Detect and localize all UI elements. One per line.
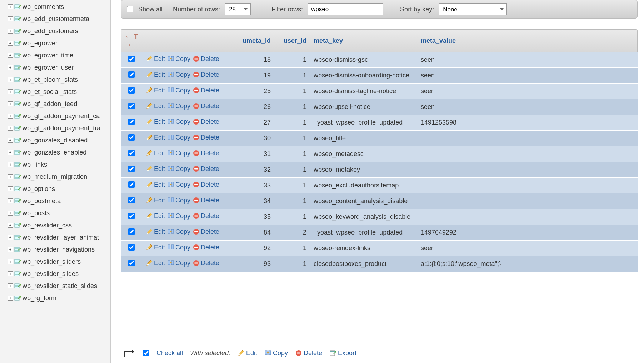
sidebar-table-item[interactable]: +wp_revslider_navigations (0, 243, 110, 256)
expand-icon[interactable]: + (8, 283, 13, 288)
row-delete-button[interactable]: Delete (193, 118, 219, 126)
expand-icon[interactable]: + (8, 89, 13, 94)
sort-by-key-select[interactable]: None (439, 3, 507, 15)
expand-icon[interactable]: + (8, 4, 13, 9)
row-copy-button[interactable]: Copy (167, 181, 190, 188)
row-checkbox[interactable] (128, 103, 135, 109)
row-copy-button[interactable]: Copy (167, 134, 190, 141)
row-checkbox[interactable] (128, 181, 135, 188)
row-delete-button[interactable]: Delete (193, 55, 219, 63)
row-copy-button[interactable]: Copy (167, 165, 190, 173)
row-edit-button[interactable]: Edit (146, 259, 165, 267)
row-checkbox[interactable] (128, 244, 135, 251)
expand-icon[interactable]: + (8, 114, 13, 119)
row-checkbox[interactable] (128, 119, 135, 125)
sidebar-table-item[interactable]: +wp_revslider_static_slides (0, 280, 110, 292)
sidebar-table-item[interactable]: +wp_revslider_sliders (0, 256, 110, 268)
expand-icon[interactable]: + (8, 65, 13, 70)
expand-icon[interactable]: + (8, 150, 13, 155)
sidebar-table-item[interactable]: +wp_egrower_time (0, 49, 110, 61)
bulk-delete-button[interactable]: Delete (295, 349, 322, 357)
sidebar-table-item[interactable]: +wp_options (0, 183, 110, 195)
row-delete-button[interactable]: Delete (193, 212, 219, 220)
sidebar-table-item[interactable]: +wp_edd_customermeta (0, 13, 110, 25)
row-delete-button[interactable]: Delete (193, 228, 219, 236)
check-all-link[interactable]: Check all (156, 349, 183, 357)
sidebar-table-item[interactable]: +wp_egrower (0, 37, 110, 49)
column-meta-key[interactable]: meta_key (310, 29, 417, 52)
row-edit-button[interactable]: Edit (146, 181, 165, 188)
sidebar-table-item[interactable]: +wp_gf_addon_payment_ca (0, 110, 110, 122)
row-checkbox[interactable] (128, 134, 135, 141)
row-checkbox[interactable] (128, 260, 135, 266)
row-delete-button[interactable]: Delete (193, 181, 219, 188)
row-copy-button[interactable]: Copy (167, 55, 190, 63)
expand-icon[interactable]: + (8, 138, 13, 143)
row-edit-button[interactable]: Edit (146, 118, 165, 126)
row-copy-button[interactable]: Copy (167, 259, 190, 267)
row-delete-button[interactable]: Delete (193, 134, 219, 141)
row-copy-button[interactable]: Copy (167, 244, 190, 251)
sidebar-table-item[interactable]: +wp_et_bloom_stats (0, 74, 110, 86)
row-delete-button[interactable]: Delete (193, 259, 219, 267)
row-edit-button[interactable]: Edit (146, 134, 165, 141)
column-user-id[interactable]: user_id (274, 29, 310, 52)
row-copy-button[interactable]: Copy (167, 212, 190, 220)
expand-icon[interactable]: + (8, 16, 13, 21)
row-copy-button[interactable]: Copy (167, 197, 190, 204)
sidebar-table-item[interactable]: +wp_revslider_slides (0, 268, 110, 280)
sidebar-table-item[interactable]: +wp_links (0, 158, 110, 171)
row-edit-button[interactable]: Edit (146, 71, 165, 79)
row-copy-button[interactable]: Copy (167, 150, 190, 157)
sidebar-table-item[interactable]: +wp_posts (0, 207, 110, 219)
filter-rows-input[interactable] (308, 3, 383, 15)
row-edit-button[interactable]: Edit (146, 244, 165, 251)
row-checkbox[interactable] (128, 150, 135, 156)
row-edit-button[interactable]: Edit (146, 212, 165, 220)
expand-icon[interactable]: + (8, 247, 13, 252)
row-checkbox[interactable] (128, 87, 135, 94)
expand-icon[interactable]: + (8, 235, 13, 240)
num-rows-select[interactable]: 25 (225, 3, 251, 15)
row-copy-button[interactable]: Copy (167, 118, 190, 126)
sidebar-table-item[interactable]: +wp_postmeta (0, 195, 110, 207)
row-edit-button[interactable]: Edit (146, 197, 165, 204)
bulk-edit-button[interactable]: Edit (238, 349, 257, 357)
row-checkbox[interactable] (128, 56, 135, 62)
row-edit-button[interactable]: Edit (146, 102, 165, 110)
expand-icon[interactable]: + (8, 198, 13, 203)
sidebar-table-item[interactable]: +wp_egrower_user (0, 61, 110, 74)
row-delete-button[interactable]: Delete (193, 102, 219, 110)
row-copy-button[interactable]: Copy (167, 71, 190, 79)
row-checkbox[interactable] (128, 213, 135, 219)
sidebar-table-item[interactable]: +wp_medium_migration (0, 171, 110, 183)
sidebar-table-item[interactable]: +wp_rg_form (0, 292, 110, 304)
sidebar-table-item[interactable]: +wp_gonzales_enabled (0, 146, 110, 158)
row-checkbox[interactable] (128, 71, 135, 78)
expand-icon[interactable]: + (8, 296, 13, 301)
expand-icon[interactable]: + (8, 77, 13, 82)
row-delete-button[interactable]: Delete (193, 87, 219, 94)
expand-icon[interactable]: + (8, 101, 13, 106)
row-edit-button[interactable]: Edit (146, 165, 165, 173)
bulk-export-button[interactable]: Export (329, 349, 356, 357)
sidebar-table-item[interactable]: +wp_revslider_layer_animat (0, 231, 110, 243)
row-delete-button[interactable]: Delete (193, 150, 219, 157)
bulk-copy-button[interactable]: Copy (264, 349, 288, 357)
row-copy-button[interactable]: Copy (167, 228, 190, 236)
row-delete-button[interactable]: Delete (193, 244, 219, 251)
sidebar-table-item[interactable]: +wp_revslider_css (0, 219, 110, 231)
row-checkbox[interactable] (128, 166, 135, 172)
column-meta-value[interactable]: meta_value (417, 29, 638, 52)
sidebar-table-item[interactable]: +wp_comments (0, 1, 110, 13)
expand-icon[interactable]: + (8, 29, 13, 34)
row-checkbox[interactable] (128, 228, 135, 235)
expand-icon[interactable]: + (8, 186, 13, 191)
sidebar-table-item[interactable]: +wp_gonzales_disabled (0, 134, 110, 146)
row-copy-button[interactable]: Copy (167, 102, 190, 110)
expand-icon[interactable]: + (8, 259, 13, 264)
expand-icon[interactable]: + (8, 211, 13, 216)
row-delete-button[interactable]: Delete (193, 197, 219, 204)
check-all-checkbox[interactable] (143, 350, 149, 356)
column-umeta-id[interactable]: umeta_id (235, 29, 274, 52)
